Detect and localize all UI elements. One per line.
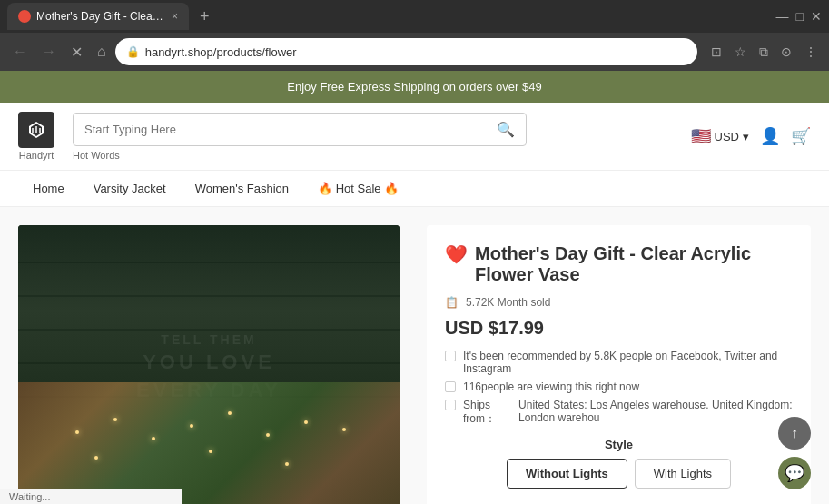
chat-button[interactable]: 💬 bbox=[778, 457, 811, 489]
style-btn-with-lights[interactable]: With Lights bbox=[635, 459, 731, 489]
browser-tab-active[interactable]: Mother's Day Gift - Clear Ac × bbox=[7, 3, 189, 30]
lock-icon: 🔒 bbox=[126, 45, 140, 58]
status-bar: Waiting... bbox=[0, 489, 182, 504]
address-text: handyrt.shop/products/flower bbox=[145, 45, 686, 59]
logo-name: Handyrt bbox=[19, 150, 54, 161]
flag-icon: 🇺🇸 bbox=[691, 126, 711, 146]
logo-icon bbox=[18, 112, 54, 148]
address-bar[interactable]: 🔒 handyrt.shop/products/flower bbox=[115, 38, 697, 65]
bookmark-button[interactable]: ☆ bbox=[730, 41, 751, 63]
home-button[interactable]: ⌂ bbox=[92, 40, 112, 64]
nav-item-varsity[interactable]: Varsity Jacket bbox=[79, 171, 181, 206]
store-banner: Enjoy Free Express Shipping on orders ov… bbox=[0, 71, 829, 103]
forward-button[interactable]: → bbox=[36, 40, 62, 64]
browser-chrome: Mother's Day Gift - Clear Ac × + — □ ✕ ←… bbox=[0, 0, 829, 71]
scroll-to-top-button[interactable]: ↑ bbox=[778, 417, 811, 450]
scroll-top-icon: ↑ bbox=[791, 425, 798, 441]
feature-text-2: 116people are viewing this right now bbox=[463, 380, 639, 393]
product-image: TELL THEM YOU LOVE EVERY DAY bbox=[18, 225, 400, 504]
product-image-placeholder: TELL THEM YOU LOVE EVERY DAY bbox=[18, 225, 400, 504]
nav-item-home[interactable]: Home bbox=[18, 171, 79, 206]
ships-from-label: Ships from： bbox=[463, 399, 511, 427]
nav-item-womens[interactable]: Women's Fashion bbox=[181, 171, 303, 206]
profile-button[interactable]: ⊙ bbox=[776, 41, 796, 63]
browser-tabs: Mother's Day Gift - Clear Ac × + — □ ✕ bbox=[0, 0, 829, 33]
cart-icon: 🛒 bbox=[791, 127, 811, 145]
logo-svg bbox=[25, 119, 47, 141]
feature-checkbox-1 bbox=[445, 351, 456, 361]
banner-text: Enjoy Free Express Shipping on orders ov… bbox=[287, 80, 541, 94]
ships-from-value: United States: Los Angeles warehouse. Un… bbox=[518, 399, 793, 424]
store-logo[interactable]: Handyrt bbox=[18, 112, 54, 161]
feature-item-2: 116people are viewing this right now bbox=[445, 380, 793, 393]
account-icon: 👤 bbox=[760, 127, 780, 145]
window-close-button[interactable]: ✕ bbox=[811, 9, 822, 24]
nav-item-hotsale[interactable]: 🔥 Hot Sale 🔥 bbox=[303, 171, 413, 206]
style-btn-without-lights[interactable]: Without Lights bbox=[507, 459, 627, 489]
feature-checkbox-ships bbox=[445, 400, 456, 410]
sold-icon: 📋 bbox=[445, 296, 459, 309]
minimize-button[interactable]: — bbox=[776, 9, 789, 24]
search-bar: 🔍 Hot Words bbox=[73, 113, 527, 161]
product-area: TELL THEM YOU LOVE EVERY DAY bbox=[0, 207, 829, 504]
store-nav: Home Varsity Jacket Women's Fashion 🔥 Ho… bbox=[0, 171, 829, 207]
maximize-button[interactable]: □ bbox=[796, 9, 804, 24]
sold-badge: 5.72K Month sold bbox=[466, 296, 550, 309]
product-title-text: Mother's Day Gift - Clear Acrylic Flower… bbox=[475, 243, 793, 285]
feature-item-ships: Ships from： United States: Los Angeles w… bbox=[445, 399, 793, 427]
product-info: ❤️ Mother's Day Gift - Clear Acrylic Flo… bbox=[427, 225, 811, 504]
store-page: Enjoy Free Express Shipping on orders ov… bbox=[0, 71, 829, 504]
search-button[interactable]: 🔍 bbox=[486, 114, 526, 145]
cart-button[interactable]: 🛒 bbox=[791, 126, 811, 146]
feature-text-1: It's been recommended by 5.8K people on … bbox=[463, 350, 793, 375]
browser-nav: ← → ✕ ⌂ 🔒 handyrt.shop/products/flower ⊡… bbox=[0, 33, 829, 71]
currency-dropdown-icon: ▾ bbox=[743, 130, 749, 143]
tab-favicon bbox=[18, 10, 31, 23]
status-text: Waiting... bbox=[9, 491, 50, 502]
back-button[interactable]: ← bbox=[7, 40, 33, 64]
extension-button[interactable]: ⧉ bbox=[755, 41, 773, 64]
currency-selector[interactable]: 🇺🇸 USD ▾ bbox=[691, 126, 749, 146]
menu-button[interactable]: ⋮ bbox=[800, 41, 822, 63]
heart-emoji: ❤️ bbox=[445, 243, 468, 265]
product-title: ❤️ Mother's Day Gift - Clear Acrylic Flo… bbox=[445, 243, 793, 285]
product-features: It's been recommended by 5.8K people on … bbox=[445, 350, 793, 427]
reload-button[interactable]: ✕ bbox=[65, 40, 88, 64]
chat-icon: 💬 bbox=[785, 463, 804, 483]
style-buttons: Without Lights With Lights bbox=[445, 459, 793, 489]
cast-button[interactable]: ⊡ bbox=[706, 41, 726, 63]
currency-label: USD bbox=[715, 130, 739, 143]
feature-item-1: It's been recommended by 5.8K people on … bbox=[445, 350, 793, 375]
tab-close-button[interactable]: × bbox=[172, 10, 178, 23]
hot-words: Hot Words bbox=[73, 150, 527, 161]
new-tab-button[interactable]: + bbox=[192, 7, 217, 26]
product-meta: 📋 5.72K Month sold bbox=[445, 296, 793, 309]
header-right: 🇺🇸 USD ▾ 👤 🛒 bbox=[691, 126, 811, 146]
account-button[interactable]: 👤 bbox=[760, 126, 780, 146]
product-price: USD $17.99 bbox=[445, 318, 793, 339]
nav-icons: ⊡ ☆ ⧉ ⊙ ⋮ bbox=[706, 41, 822, 64]
style-label: Style bbox=[445, 438, 793, 451]
tab-title: Mother's Day Gift - Clear Ac bbox=[36, 10, 166, 23]
search-input-wrap: 🔍 bbox=[73, 113, 527, 146]
store-header: Handyrt 🔍 Hot Words 🇺🇸 USD ▾ 👤 🛒 bbox=[0, 103, 829, 171]
search-input[interactable] bbox=[74, 115, 486, 143]
feature-checkbox-2 bbox=[445, 381, 456, 392]
style-section: Style Without Lights With Lights bbox=[445, 438, 793, 489]
